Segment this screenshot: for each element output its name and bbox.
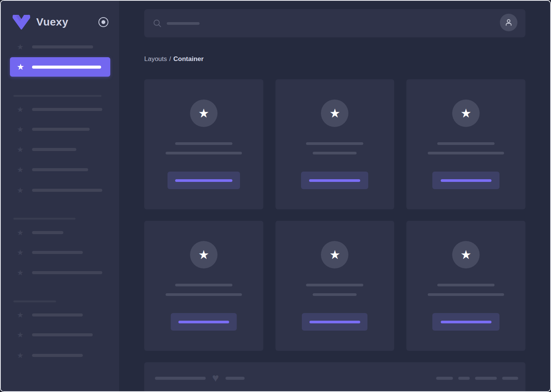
card-avatar: ★ [321, 241, 348, 268]
footer-links-group [436, 377, 518, 380]
card-subtitle-skeleton [166, 152, 242, 154]
sidebar-item[interactable]: ★ [1, 186, 119, 194]
sidebar-item-text-skeleton [32, 189, 102, 192]
button-label-skeleton [309, 179, 360, 182]
card: ★ [144, 221, 263, 351]
sidebar-item-text-skeleton [32, 231, 63, 234]
sidebar-item-text-skeleton [32, 354, 83, 357]
sidebar-item-text-skeleton [32, 148, 76, 151]
footer-link-skeleton[interactable] [475, 377, 497, 380]
card-title-skeleton [175, 142, 232, 145]
card-subtitle-skeleton [166, 293, 242, 296]
star-icon: ★ [198, 249, 209, 261]
sidebar-section-label-skeleton [13, 300, 56, 302]
button-label-skeleton [175, 179, 232, 182]
sidebar-item[interactable]: ★ [1, 249, 119, 256]
sidebar-item-text-skeleton [32, 168, 88, 171]
sidebar-item[interactable]: ★ [1, 352, 119, 359]
card: ★ [276, 221, 395, 351]
card-title-skeleton [437, 142, 495, 145]
card-title-skeleton [437, 284, 495, 286]
sidebar-item[interactable]: ★ [1, 106, 119, 113]
sidebar-item[interactable]: ★ [1, 43, 119, 51]
footer-left-group: ♥ [155, 373, 245, 384]
card-action-button[interactable] [301, 172, 368, 189]
star-icon: ★ [17, 269, 25, 276]
sidebar-item-text-skeleton [32, 66, 101, 69]
breadcrumb-current-page: Container [173, 55, 203, 63]
sidebar-item-text-skeleton [32, 313, 83, 316]
sidebar-item[interactable]: ★ [1, 269, 119, 276]
card-action-button[interactable] [432, 313, 499, 331]
card-avatar: ★ [190, 241, 218, 268]
button-label-skeleton [441, 179, 491, 182]
sidebar-item[interactable]: ★ [1, 311, 119, 319]
footer-link-skeleton[interactable] [458, 377, 470, 380]
sidebar-item-text-skeleton [32, 271, 102, 274]
footer-text-skeleton [155, 377, 206, 380]
sidebar-item[interactable]: ★ [1, 166, 119, 174]
star-icon: ★ [17, 125, 25, 133]
star-icon: ★ [17, 352, 25, 359]
star-icon: ★ [461, 107, 472, 119]
search-placeholder-skeleton [167, 22, 200, 25]
sidebar: Vuexy ★ ★ ★ [1, 1, 119, 391]
sidebar-pin-toggle-icon[interactable] [98, 17, 108, 27]
sidebar-item-text-skeleton [32, 45, 93, 48]
card-title-skeleton [306, 142, 363, 145]
card-avatar: ★ [452, 100, 480, 127]
sidebar-item-text-skeleton [32, 128, 90, 131]
main-content: Layouts / Container ★ [119, 1, 550, 391]
sidebar-item[interactable]: ★ [1, 125, 119, 133]
sidebar-section-label-skeleton [13, 95, 102, 97]
card-avatar: ★ [190, 100, 218, 127]
star-icon: ★ [17, 63, 25, 71]
footer-text-skeleton [226, 377, 245, 380]
footer-link-skeleton[interactable] [436, 377, 453, 380]
search-bar[interactable] [144, 9, 525, 37]
sidebar-item-active[interactable]: ★ [10, 57, 110, 77]
user-avatar[interactable] [500, 14, 517, 31]
star-icon: ★ [17, 331, 25, 339]
sidebar-item-text-skeleton [32, 108, 102, 111]
person-icon [504, 18, 513, 27]
star-icon: ★ [17, 229, 25, 236]
sidebar-item[interactable]: ★ [1, 229, 119, 236]
sidebar-section-label-skeleton [13, 218, 76, 220]
search-icon [153, 19, 161, 27]
sidebar-item[interactable]: ★ [1, 146, 119, 153]
star-icon: ★ [17, 186, 25, 194]
card: ★ [406, 79, 525, 209]
star-icon: ★ [17, 311, 25, 319]
card-action-button[interactable] [171, 313, 237, 331]
star-icon: ★ [17, 106, 25, 113]
sidebar-item[interactable]: ★ [1, 331, 119, 339]
footer-link-skeleton[interactable] [502, 377, 518, 380]
star-icon: ★ [17, 249, 25, 256]
sidebar-item-text-skeleton [32, 251, 83, 254]
star-icon: ★ [329, 249, 340, 261]
card: ★ [144, 79, 263, 209]
heart-icon: ♥ [212, 372, 219, 384]
vuexy-logo-icon [11, 14, 31, 30]
card-title-skeleton [306, 284, 363, 286]
breadcrumb-separator: / [169, 55, 171, 63]
card: ★ [406, 221, 525, 351]
button-label-skeleton [178, 321, 229, 323]
card-grid: ★ ★ [144, 79, 525, 351]
card-action-button[interactable] [302, 313, 367, 331]
app-window: Vuexy ★ ★ ★ [0, 0, 551, 392]
card-avatar: ★ [452, 241, 480, 268]
brand-name: Vuexy [36, 16, 68, 28]
star-icon: ★ [198, 107, 209, 119]
star-icon: ★ [17, 166, 25, 174]
card-action-button[interactable] [168, 172, 240, 189]
card-subtitle-skeleton [313, 293, 357, 296]
star-icon: ★ [17, 43, 25, 51]
card-title-skeleton [175, 284, 232, 286]
breadcrumb-section[interactable]: Layouts [144, 55, 167, 63]
breadcrumb: Layouts / Container [144, 55, 550, 63]
card-subtitle-skeleton [428, 293, 504, 296]
star-icon: ★ [17, 146, 25, 153]
card-action-button[interactable] [432, 172, 499, 189]
